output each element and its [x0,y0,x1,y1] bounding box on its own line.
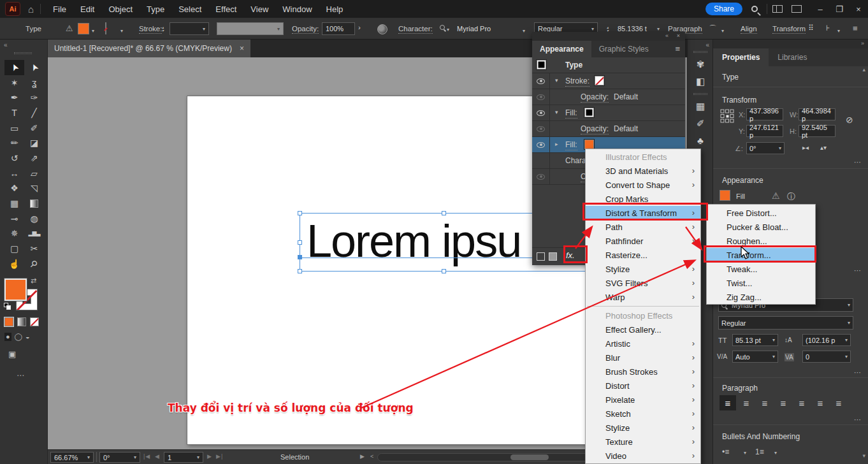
symbol-sprayer-tool[interactable]: ✵ [4,226,24,242]
visibility-eye-icon[interactable] [537,126,545,132]
chevron-right-icon[interactable]: ▸ [555,141,558,147]
visibility-eye-icon[interactable] [537,94,545,100]
dock-panel-icon[interactable]: ⊦ [826,24,830,33]
next-artboard-icon[interactable]: ▶ [207,453,212,460]
zoom-tool[interactable]: ⚲ [24,256,44,272]
menu-item-pathfinder[interactable]: Pathfinder› [586,234,700,248]
status-expand-icon[interactable]: ▶ [360,453,365,460]
tab-appearance[interactable]: Appearance [532,41,591,57]
menu-select[interactable]: Select [171,0,208,18]
submenu-item-zig-zag[interactable]: Zig Zag... [707,290,815,304]
document-tab[interactable]: Untitled-1 [Recovered]* @ 66.67 % (CMYK/… [48,40,250,57]
type-tool[interactable]: T [4,105,24,120]
pen-tool[interactable]: ✒ [4,90,24,105]
fill-indicator-swatch[interactable] [4,279,27,301]
menu-item-brush-strokes[interactable]: Brush Strokes› [586,365,700,379]
panel-collapse-icon[interactable]: « [665,33,669,39]
font-style-field[interactable]: Regular ▾ [718,316,853,330]
row-label[interactable]: Opacity: [581,124,609,134]
h-field[interactable]: 92.5405 pt [799,125,835,137]
dropdown-icon[interactable]: ▾ [772,354,775,359]
first-artboard-icon[interactable]: |◀ [143,453,150,460]
rotate-tool[interactable]: ↺ [4,150,24,166]
menu-file[interactable]: File [46,0,73,18]
close-button[interactable]: × [849,4,868,14]
fill-black-swatch[interactable] [584,108,594,117]
default-fill-stroke-icon[interactable] [4,303,11,310]
fill-dropdown-icon[interactable]: ▾ [92,28,94,34]
scroll-up-icon[interactable]: ▴ [862,66,865,73]
hand-tool[interactable]: ☝ [4,256,24,272]
rotation-view-field[interactable]: 0°▾ [99,452,140,463]
stroke-weight-field[interactable]: ▾ [170,22,209,35]
visibility-eye-icon[interactable] [537,142,545,148]
numbered-list-dropdown-icon[interactable]: ▾ [774,450,777,456]
selection-handle[interactable] [442,269,446,273]
none-button[interactable] [30,317,39,326]
workspace-switcher-icon[interactable] [792,5,802,13]
menu-item-stylize-ps[interactable]: Stylize› [586,421,700,435]
draw-behind-mode-button[interactable]: ◯ [15,333,22,341]
width-tool[interactable]: ↔ [4,166,24,181]
w-field[interactable]: 464.3984 p [799,108,835,120]
submenu-item-tweak[interactable]: Tweak... [707,262,815,276]
selection-tool[interactable]: ➤ [4,60,24,75]
font-search-dropdown-icon[interactable]: ▾ [447,27,449,33]
zoom-level-field[interactable]: 66.67%▾ [50,452,94,463]
bullet-list-icon[interactable]: •≡ [722,447,729,456]
direct-selection-tool[interactable]: ➤ [24,60,44,75]
workspace-grid-icon[interactable]: ⠿ [808,24,814,33]
share-button[interactable]: Share [705,3,742,15]
menu-help[interactable]: Help [319,0,351,18]
add-new-stroke-button[interactable] [537,252,545,261]
home-icon[interactable]: ⌂ [28,4,34,15]
toolbar-collapse-icon[interactable]: « [4,41,8,48]
menu-effect[interactable]: Effect [208,0,243,18]
arrange-documents-icon[interactable] [772,5,783,13]
visibility-eye-icon[interactable] [537,110,545,116]
previous-artboard-icon[interactable]: ◀ [155,453,160,460]
color-panel-icon[interactable]: ✾ [688,59,713,70]
stroke-none-swatch[interactable] [595,76,604,85]
transform-more-icon[interactable]: ⋯ [854,158,862,166]
restore-button[interactable]: ❐ [830,4,849,14]
dock-panel-dropdown-icon[interactable]: ▾ [837,28,840,34]
appearance-row-opacity[interactable]: Opacity: Default [532,89,685,105]
justify-left-button[interactable]: ≡ [775,395,792,410]
stepper-down-icon[interactable]: ▾ [162,29,164,33]
submenu-item-roughen[interactable]: Roughen... [707,234,815,248]
dropdown-icon[interactable]: ▾ [845,354,848,359]
justify-all-button[interactable]: ≡ [830,395,847,410]
menu-item-3d-and-materials[interactable]: 3D and Materials› [586,164,700,178]
illustrator-logo-icon[interactable]: Ai [5,2,20,16]
submenu-item-free-distort[interactable]: Free Distort... [707,206,815,220]
menu-item-texture[interactable]: Texture› [586,435,700,449]
dock-grip[interactable] [693,93,707,95]
chevron-down-icon[interactable]: ▾ [555,109,558,115]
warp-icon[interactable]: ⌒ [709,24,717,35]
line-segment-tool[interactable]: ╱ [24,105,44,120]
character-label[interactable]: Character: [398,25,433,34]
rotation-field[interactable]: 0°▾ [746,142,785,154]
selection-handle[interactable] [298,269,302,273]
panel-collapse-icon[interactable]: » [861,40,864,47]
info-icon[interactable]: ⓘ [787,191,795,203]
stroke-weight-label[interactable]: Stroke: [139,25,162,34]
draw-normal-mode-button[interactable]: ● [4,333,11,341]
bullet-list-dropdown-icon[interactable]: ▾ [744,450,746,456]
visibility-eye-icon[interactable] [537,174,545,180]
opacity-label[interactable]: Opacity: [292,25,319,34]
kerning-field[interactable]: Auto▾ [732,351,778,363]
font-size-field[interactable]: 85.13 pt▾ [732,334,778,346]
menu-item-crop-marks[interactable]: Crop Marks [586,192,700,206]
stroke-dropdown-icon[interactable]: ▾ [120,28,123,34]
toolbar-grip[interactable] [14,52,32,54]
eyedropper-tool[interactable]: ⊸ [4,211,24,226]
font-search-icon[interactable] [440,25,445,30]
row-label[interactable]: Fill: [565,108,577,119]
transform-label[interactable]: Transform [772,25,806,34]
dropdown-icon[interactable]: ▾ [134,454,136,460]
dock-grip[interactable] [693,51,707,53]
gradient-tool[interactable] [24,196,44,211]
swap-fill-stroke-icon[interactable]: ⇄ [31,277,36,285]
